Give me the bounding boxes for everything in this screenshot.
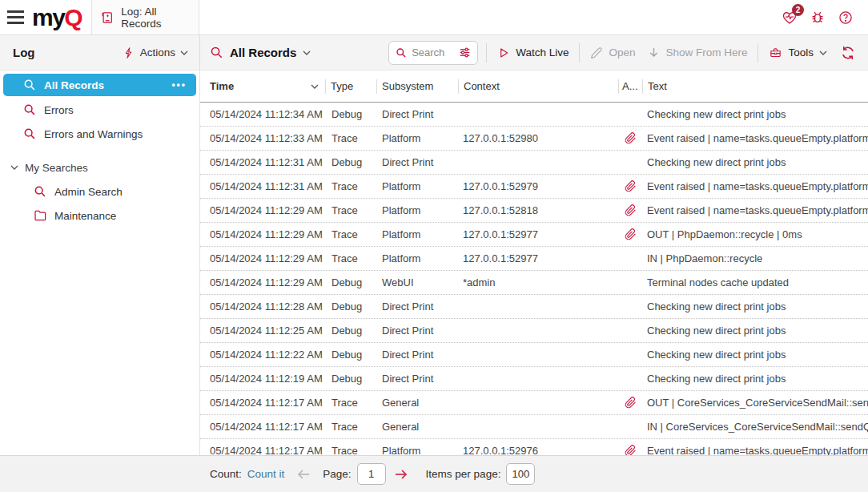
- log-row[interactable]: 05/14/2024 11:12:29 AM Debug WebUI *admi…: [200, 271, 868, 295]
- previous-page-button[interactable]: [297, 470, 310, 479]
- tools-button[interactable]: Tools: [766, 46, 830, 59]
- health-heartbeat-button[interactable]: 2: [782, 10, 798, 26]
- cell-time: 05/14/2024 11:12:17 AM: [200, 397, 325, 409]
- sidebar-item-errors[interactable]: Errors: [0, 98, 199, 122]
- cell-attachment: [618, 445, 642, 455]
- cell-subsystem: Direct Print: [376, 349, 458, 361]
- top-right-icons: 2: [782, 0, 868, 34]
- search-box: [388, 41, 478, 65]
- cell-attachment: [618, 397, 642, 409]
- toolbar: Log Actions All Records: [0, 35, 868, 71]
- view-selector-label: All Records: [230, 46, 296, 59]
- view-selector[interactable]: All Records: [210, 46, 311, 59]
- log-row[interactable]: 05/14/2024 11:12:31 AM Debug Direct Prin…: [200, 151, 868, 175]
- filter-sliders-icon[interactable]: [459, 46, 471, 58]
- log-row[interactable]: 05/14/2024 11:12:17 AM Trace Platform 12…: [200, 439, 868, 455]
- count-it-link[interactable]: Count it: [247, 468, 285, 480]
- search-icon: [210, 46, 223, 59]
- items-per-page-input[interactable]: [506, 463, 535, 485]
- search-icon: [23, 79, 36, 91]
- log-row[interactable]: 05/14/2024 11:12:31 AM Trace Platform 12…: [200, 175, 868, 199]
- column-header-attachment[interactable]: A...: [618, 79, 642, 94]
- cell-attachment: [618, 276, 642, 288]
- content-area: All Records ••• Errors Errors and Warnin…: [0, 71, 868, 455]
- toolbar-left: Log Actions: [0, 35, 200, 70]
- log-row[interactable]: 05/14/2024 11:12:22 AM Debug Direct Prin…: [200, 343, 868, 367]
- log-row[interactable]: 05/14/2024 11:12:28 AM Debug Direct Prin…: [200, 295, 868, 319]
- search-icon: [23, 103, 36, 116]
- refresh-button[interactable]: [841, 46, 855, 60]
- cell-attachment: [618, 252, 642, 264]
- folder-icon: [34, 209, 46, 222]
- sidebar-item-admin-search[interactable]: Admin Search: [0, 179, 199, 204]
- cell-subsystem: Direct Print: [376, 156, 458, 168]
- paperclip-icon: [625, 228, 637, 240]
- next-page-button[interactable]: [395, 470, 408, 479]
- toolbar-divider: [579, 43, 580, 63]
- column-header-text[interactable]: Text: [642, 79, 868, 94]
- help-button[interactable]: [838, 10, 854, 26]
- sidebar-section-label: My Searches: [25, 162, 88, 174]
- log-row[interactable]: 05/14/2024 11:12:33 AM Trace Platform 12…: [200, 127, 868, 151]
- paperclip-icon: [625, 132, 637, 144]
- sidebar-item-label: Errors: [44, 104, 74, 116]
- actions-button[interactable]: Actions: [123, 46, 188, 59]
- myq-logo[interactable]: myQ: [29, 0, 91, 34]
- search-icon: [34, 185, 46, 198]
- chevron-down-icon: [180, 50, 188, 55]
- cell-subsystem: Direct Print: [376, 373, 458, 385]
- cell-text: Event raised | name=tasks.queueEmpty.pla…: [642, 132, 868, 144]
- sidebar-item-maintenance[interactable]: Maintenance: [0, 204, 199, 228]
- cell-time: 05/14/2024 11:12:17 AM: [200, 445, 325, 455]
- cell-type: Trace: [325, 204, 376, 216]
- log-row[interactable]: 05/14/2024 11:12:19 AM Debug Direct Prin…: [200, 367, 868, 391]
- sidebar-item-all-records[interactable]: All Records •••: [3, 74, 196, 96]
- cell-text: Checking new direct print jobs: [642, 156, 868, 168]
- search-input[interactable]: [412, 46, 454, 58]
- top-bar: myQ Log: All Records 2: [0, 0, 868, 35]
- paperclip-icon: [625, 397, 637, 409]
- page-number-input[interactable]: [357, 463, 386, 485]
- sidebar-item-errors-and-warnings[interactable]: Errors and Warnings: [0, 122, 199, 146]
- log-row[interactable]: 05/14/2024 11:12:29 AM Trace Platform 12…: [200, 223, 868, 247]
- cell-time: 05/14/2024 11:12:25 AM: [200, 325, 325, 337]
- notification-badge: 2: [792, 4, 804, 16]
- hamburger-menu-icon[interactable]: [0, 0, 29, 34]
- log-row[interactable]: 05/14/2024 11:12:17 AM Trace General OUT…: [200, 391, 868, 415]
- cell-subsystem: Platform: [376, 445, 458, 455]
- log-row[interactable]: 05/14/2024 11:12:25 AM Debug Direct Prin…: [200, 319, 868, 343]
- sidebar-section-my-searches[interactable]: My Searches: [0, 155, 199, 179]
- show-from-here-button[interactable]: Show From Here: [645, 46, 749, 58]
- tab-log-all-records[interactable]: Log: All Records: [91, 0, 199, 34]
- cell-attachment: [618, 204, 642, 216]
- cell-type: Debug: [325, 325, 376, 337]
- paperclip-icon: [625, 445, 637, 455]
- column-header-subsystem[interactable]: Subsystem: [376, 79, 458, 94]
- column-header-time[interactable]: Time: [200, 79, 325, 94]
- column-header-context[interactable]: Context: [458, 79, 618, 94]
- log-row[interactable]: 05/14/2024 11:12:29 AM Trace Platform 12…: [200, 199, 868, 223]
- cell-type: Debug: [325, 349, 376, 361]
- cell-time: 05/14/2024 11:12:31 AM: [200, 156, 325, 168]
- cell-attachment: [618, 421, 642, 433]
- cell-time: 05/14/2024 11:12:22 AM: [200, 349, 325, 361]
- toolbar-right: All Records: [200, 35, 868, 70]
- cell-text: Checking new direct print jobs: [642, 349, 868, 361]
- more-options-icon[interactable]: •••: [171, 79, 187, 91]
- cell-context: 127.0.0.1:52977: [458, 228, 618, 240]
- log-row[interactable]: 05/14/2024 11:12:29 AM Trace Platform 12…: [200, 247, 868, 271]
- cell-time: 05/14/2024 11:12:29 AM: [200, 276, 325, 288]
- column-header-type[interactable]: Type: [325, 79, 376, 94]
- toolbar-divider: [486, 43, 487, 63]
- watch-live-button[interactable]: Watch Live: [495, 46, 571, 59]
- log-row[interactable]: 05/14/2024 11:12:34 AM Debug Direct Prin…: [200, 103, 868, 127]
- log-scroll-icon: [100, 10, 115, 25]
- cell-time: 05/14/2024 11:12:31 AM: [200, 180, 325, 192]
- cell-text: Event raised | name=tasks.queueEmpty.pla…: [642, 445, 868, 455]
- cell-subsystem: Platform: [376, 228, 458, 240]
- cell-context: 127.0.0.1:52980: [458, 132, 618, 144]
- debug-bug-button[interactable]: [810, 10, 826, 26]
- log-row[interactable]: 05/14/2024 11:12:17 AM Trace General IN …: [200, 415, 868, 439]
- paperclip-icon: [625, 204, 637, 216]
- open-button[interactable]: Open: [588, 46, 637, 59]
